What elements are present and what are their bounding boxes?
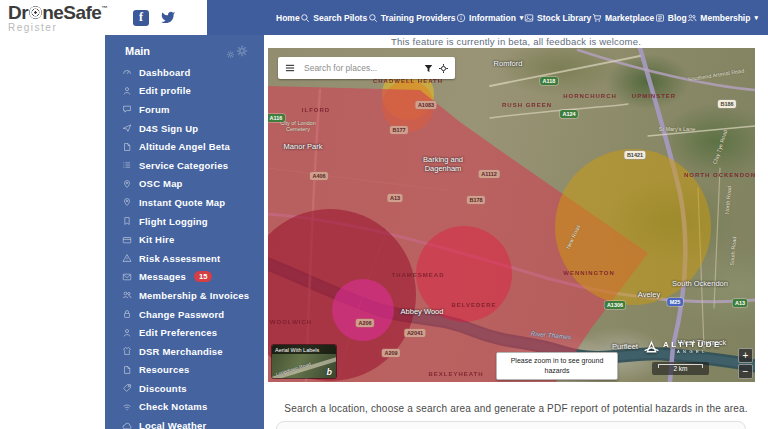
sidebar-item-check-notams[interactable]: Check Notams xyxy=(105,398,264,417)
dronesafe-logo[interactable]: DrneSafe™ Register xyxy=(8,3,107,33)
nav-item-training-providers[interactable]: Training Providers xyxy=(368,13,456,23)
zoom-out-button[interactable]: − xyxy=(738,364,753,379)
zoom-in-button[interactable]: + xyxy=(738,348,753,363)
tag-icon xyxy=(122,383,132,393)
sidebar-item-label: Kit Hire xyxy=(139,234,174,245)
sidebar-item-label: Messages xyxy=(139,271,186,282)
search-icon xyxy=(300,13,310,23)
sidebar-gears-decoration xyxy=(225,43,250,59)
sidebar-item-label: Check Notams xyxy=(139,401,207,412)
map-search-box xyxy=(278,57,455,79)
hazard-zone-magenta xyxy=(332,279,394,341)
search-icon xyxy=(368,13,378,23)
sidebar-item-local-weather[interactable]: Local Weather xyxy=(105,416,264,429)
layer-picker-label: Aerial With Labels xyxy=(272,345,336,354)
sidebar-item-label: Edit Preferences xyxy=(139,327,217,338)
cart-icon xyxy=(592,13,602,23)
locate-icon[interactable] xyxy=(438,63,449,74)
chevron-down-icon: ▾ xyxy=(520,14,524,22)
sidebar-item-label: Resources xyxy=(139,364,189,375)
sidebar-item-discounts[interactable]: Discounts xyxy=(105,379,264,398)
altitude-angel-logo-icon xyxy=(643,339,660,356)
search-input[interactable] xyxy=(302,62,423,74)
twitter-icon[interactable] xyxy=(159,10,177,25)
unread-count-badge: 15 xyxy=(194,271,212,282)
sidebar-item-messages[interactable]: Messages15 xyxy=(105,268,264,287)
nav-item-stock-library[interactable]: Stock Library xyxy=(524,13,591,23)
nav-item-membership[interactable]: Membership▾ xyxy=(687,13,758,23)
sidebar-item-altitude-angel-beta[interactable]: Altitude Angel Beta xyxy=(105,137,264,156)
sidebar-item-dashboard[interactable]: Dashboard xyxy=(105,63,264,82)
beta-notice: This feature is currently in beta, all f… xyxy=(264,36,768,47)
hazard-zone-bright-red xyxy=(416,226,512,322)
bookmark-icon xyxy=(122,216,132,226)
nav-item-label: Information xyxy=(469,13,516,23)
sidebar-item-label: Dashboard xyxy=(139,67,190,78)
report-search-panel[interactable] xyxy=(276,421,746,429)
main-content: This feature is currently in beta, all f… xyxy=(264,35,768,429)
layer-picker-button[interactable]: Longdown Road b Aerial With Labels xyxy=(272,345,336,378)
envelope-icon xyxy=(122,272,132,282)
nav-item-search-pilots[interactable]: Search Pilots xyxy=(300,13,367,23)
nav-item-label: Home xyxy=(276,13,300,23)
altitude-angel-watermark: ALTITUDE ANGEL xyxy=(643,339,722,356)
sidebar-item-label: Edit profile xyxy=(139,85,191,96)
scale-tick xyxy=(658,364,703,368)
signal-icon xyxy=(122,402,132,412)
sidebar-item-label: Local Weather xyxy=(139,420,206,429)
sidebar-item-change-password[interactable]: Change Password xyxy=(105,305,264,324)
road-a118 xyxy=(490,56,640,86)
logo-text-part1: Dr xyxy=(8,3,28,22)
sidebar-item-label: Change Password xyxy=(139,309,224,320)
nav-item-label: Membership xyxy=(700,13,750,23)
logo-text-part2: neSafe xyxy=(42,3,101,22)
nav-item-label: Stock Library xyxy=(537,13,591,23)
filter-icon[interactable] xyxy=(423,63,434,74)
sidebar-item-instant-quote-map[interactable]: Instant Quote Map xyxy=(105,193,264,212)
nav-item-information[interactable]: Information▾ xyxy=(456,13,523,23)
sidebar-item-resources[interactable]: Resources xyxy=(105,361,264,380)
doc-icon xyxy=(122,142,132,152)
sidebar-item-membership-invoices[interactable]: Membership & Invoices xyxy=(105,286,264,305)
nav-item-label: Marketplace xyxy=(605,13,654,23)
pin-icon xyxy=(122,197,132,207)
image-icon xyxy=(524,13,534,23)
header-logo-area: DrneSafe™ Register f xyxy=(0,0,207,35)
gauge-icon xyxy=(122,67,132,77)
sidebar-item-label: Service Categories xyxy=(139,160,228,171)
road-a124 xyxy=(490,104,628,118)
speech-icon xyxy=(122,104,132,114)
road-minor-1 xyxy=(714,168,720,308)
logo-spiral-o-icon xyxy=(29,6,42,19)
sidebar-item-risk-assessment[interactable]: Risk Assessment xyxy=(105,249,264,268)
sidebar-item-osc-map[interactable]: OSC Map xyxy=(105,175,264,194)
sidebar-item-label: Discounts xyxy=(139,383,187,394)
card-icon xyxy=(122,235,132,245)
sidebar-item-label: Forum xyxy=(139,104,170,115)
sidebar-item-kit-hire[interactable]: Kit Hire xyxy=(105,230,264,249)
sidebar-item-edit-preferences[interactable]: Edit Preferences xyxy=(105,323,264,342)
info-icon xyxy=(456,13,466,23)
watermark-line1: ALTITUDE xyxy=(663,341,722,349)
logo-trademark: ™ xyxy=(101,5,107,11)
sidebar-item-flight-logging[interactable]: Flight Logging xyxy=(105,212,264,231)
person-icon xyxy=(122,328,132,338)
pin-icon xyxy=(122,179,132,189)
nav-item-home[interactable]: Home xyxy=(276,13,300,23)
shirt-icon xyxy=(122,346,132,356)
sidebar-item-forum[interactable]: Forum xyxy=(105,100,264,119)
sidebar-item-dsr-merchandise[interactable]: DSR Merchandise xyxy=(105,342,264,361)
sidebar-item-d4s-sign-up[interactable]: D4S Sign Up xyxy=(105,119,264,138)
map-scale-bar: 2 km xyxy=(652,362,709,375)
menu-icon[interactable] xyxy=(284,62,296,74)
people-icon xyxy=(122,290,132,300)
sidebar-item-service-categories[interactable]: Service Categories xyxy=(105,156,264,175)
map-canvas[interactable]: ILFORDCHADWELL HEATHRUSH GREENHORNCHURCH… xyxy=(268,48,755,382)
list-icon xyxy=(122,160,132,170)
facebook-icon[interactable]: f xyxy=(133,10,149,26)
nav-item-marketplace[interactable]: Marketplace xyxy=(592,13,654,23)
sidebar-item-edit-profile[interactable]: Edit profile xyxy=(105,82,264,101)
map-zoom-controls: + − xyxy=(738,348,753,379)
sidebar-item-label: Altitude Angel Beta xyxy=(139,141,230,152)
nav-item-blog[interactable]: Blog xyxy=(655,13,687,23)
